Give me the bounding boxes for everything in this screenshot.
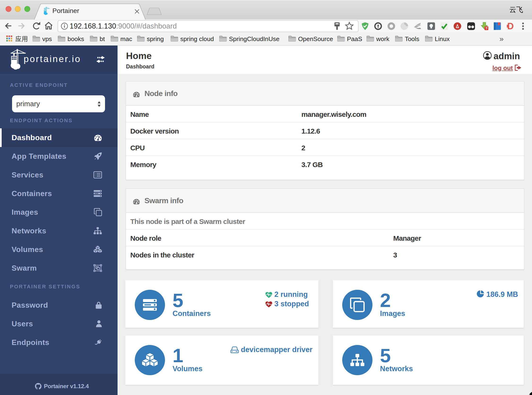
svg-text:192.168.1.130:9000/#/dashboard: 192.168.1.130:9000/#/dashboard [70, 22, 177, 30]
svg-text:»: » [499, 34, 504, 43]
svg-text:work: work [376, 35, 390, 43]
svg-text:spring: spring [147, 35, 164, 43]
svg-text:Tools: Tools [405, 35, 419, 43]
svg-text:?: ? [486, 26, 488, 30]
svg-text:spring cloud: spring cloud [180, 35, 214, 43]
svg-text:mac: mac [120, 35, 132, 43]
svg-text:Linux: Linux [435, 35, 450, 43]
svg-text:Portainer: Portainer [52, 7, 79, 14]
svg-text:云飞: 云飞 [509, 6, 523, 13]
svg-text:vps: vps [42, 35, 52, 43]
svg-text:OpenSource: OpenSource [298, 35, 333, 43]
svg-text:应用: 应用 [15, 35, 28, 43]
svg-text:books: books [67, 35, 84, 43]
svg-text:bt: bt [100, 35, 105, 43]
svg-text:PaaS: PaaS [347, 35, 362, 43]
svg-text:SpringCloudInUse: SpringCloudInUse [229, 35, 280, 43]
